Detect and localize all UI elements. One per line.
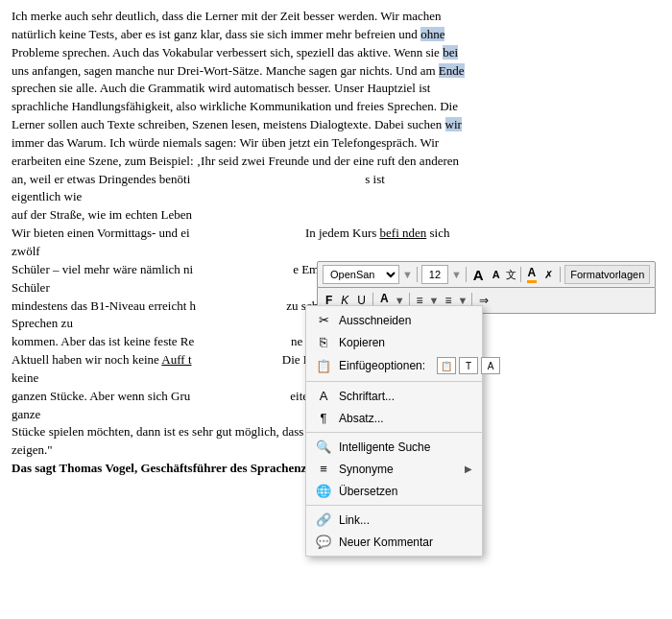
context-menu-schriftart[interactable]: A Schriftart... xyxy=(306,385,482,407)
context-menu-link[interactable]: 🔗 Link... xyxy=(306,509,482,531)
toolbar-separator-4 xyxy=(466,267,467,282)
paragraph-icon: ¶ xyxy=(316,411,331,425)
neuer-kommentar-label: Neuer Kommentar xyxy=(339,536,472,549)
paragraph-7: Lerner sollen auch Texte schreiben, Szen… xyxy=(12,116,660,134)
font-color-indicator xyxy=(527,280,537,283)
paragraph-14: zwölf xyxy=(12,243,660,261)
paste-option-3[interactable]: A xyxy=(481,357,500,374)
highlight-ohne: ohne xyxy=(420,27,444,41)
font-select[interactable]: OpenSan xyxy=(323,265,399,284)
font-size-input[interactable] xyxy=(421,265,448,284)
clear-format-button[interactable]: ✗ xyxy=(541,265,556,284)
toolbar-separator-1: ▼ xyxy=(402,269,413,280)
grow-font-button[interactable]: A xyxy=(470,265,487,284)
paragraph-11: eigentlich wie xyxy=(12,188,660,206)
toolbar-row1: OpenSan ▼ ▼ A A 文 A ✗ Formatvorlagen xyxy=(317,261,656,288)
paragraph-9: erarbeiten eine Szene, zum Beispiel: ‚Ih… xyxy=(12,153,660,171)
context-menu-neuer-kommentar[interactable]: 💬 Neuer Kommentar xyxy=(306,531,482,553)
kopieren-label: Kopieren xyxy=(339,336,472,349)
highlight-wir: wir xyxy=(445,117,462,131)
einfuegeoptionen-label: Einfügeoptionen: xyxy=(339,359,425,372)
paragraph-4: uns anfangen, sagen manche nur Drei-Wort… xyxy=(12,62,660,81)
paste-option-2[interactable]: T xyxy=(459,357,478,374)
context-menu-ausschneiden[interactable]: ✂ Ausschneiden xyxy=(306,309,482,331)
paste-icon: 📋 xyxy=(316,359,331,373)
menu-separator-1 xyxy=(306,381,482,382)
context-menu-synonyme[interactable]: ≡ Synonyme ▶ xyxy=(306,458,482,480)
copy-icon: ⎘ xyxy=(316,335,331,349)
paragraph-1: Ich merke auch sehr deutlich, dass die L… xyxy=(12,8,660,26)
paragraph-10: an, weil er etwas Dringendes benöti s is… xyxy=(12,171,660,189)
paste-options: 📋 T A xyxy=(437,357,500,374)
highlight-ende: Ende xyxy=(439,63,465,78)
ausschneiden-label: Ausschneiden xyxy=(339,314,472,327)
context-menu-uebersetzen[interactable]: 🌐 Übersetzen xyxy=(306,480,482,502)
search-icon: 🔍 xyxy=(316,440,331,454)
toolbar-separator-6 xyxy=(560,267,561,282)
formatvorlagen-button[interactable]: Formatvorlagen xyxy=(564,265,650,284)
context-menu-kopieren[interactable]: ⎘ Kopieren xyxy=(306,331,482,353)
comment-icon: 💬 xyxy=(316,535,331,549)
synonyme-arrow: ▶ xyxy=(465,464,472,474)
intelligente-suche-label: Intelligente Suche xyxy=(339,440,472,454)
translate-icon: 🌐 xyxy=(316,484,331,498)
paragraph-5: sprechen sie alle. Auch die Grammatik wi… xyxy=(12,80,660,98)
font-case-icon: 文 xyxy=(506,268,516,282)
shrink-font-button[interactable]: A xyxy=(490,265,503,284)
paragraph-3: Probleme sprechen. Auch das Vokabular ve… xyxy=(12,44,660,62)
context-menu-intelligente-suche[interactable]: 🔍 Intelligente Suche xyxy=(306,436,482,458)
context-menu-einfuegeoptionen[interactable]: 📋 Einfügeoptionen: 📋 T A xyxy=(306,353,482,378)
absatz-label: Absatz... xyxy=(339,412,472,425)
uebersetzen-label: Übersetzen xyxy=(339,485,472,498)
highlight-bei: bei xyxy=(443,45,458,60)
synonyme-icon: ≡ xyxy=(316,462,331,476)
auff-t-underline: Auff t xyxy=(161,352,191,367)
menu-separator-3 xyxy=(306,505,482,506)
toolbar-separator-2 xyxy=(417,267,418,282)
font-icon: A xyxy=(316,389,331,403)
link-icon: 🔗 xyxy=(316,512,331,527)
toolbar-separator-5 xyxy=(520,267,521,282)
paragraph-2: natürlich keine Tests, aber es ist ganz … xyxy=(12,26,660,44)
paste-option-1[interactable]: 📋 xyxy=(437,357,456,374)
menu-separator-2 xyxy=(306,432,482,433)
link-label: Link... xyxy=(339,513,472,527)
schriftart-label: Schriftart... xyxy=(339,390,472,403)
toolbar-separator-3: ▼ xyxy=(451,269,462,280)
context-menu: ✂ Ausschneiden ⎘ Kopieren 📋 Einfügeoptio… xyxy=(305,305,483,557)
paragraph-8: immer das Warum. Ich würde niemals sagen… xyxy=(12,134,660,153)
font-color-wrapper: A xyxy=(525,265,540,284)
befi-nden-underline: befi nden xyxy=(380,226,427,240)
paragraph-12: auf der Straße, wie im echten Leben xyxy=(12,206,660,225)
paragraph-6: sprachliche Handlungsfähigkeit, also wir… xyxy=(12,98,660,116)
context-menu-absatz[interactable]: ¶ Absatz... xyxy=(306,407,482,429)
scissors-icon: ✂ xyxy=(316,313,331,327)
synonyme-label: Synonyme xyxy=(339,463,457,476)
paragraph-13: Wir bieten einen Vormittags- und ei In j… xyxy=(12,225,660,243)
